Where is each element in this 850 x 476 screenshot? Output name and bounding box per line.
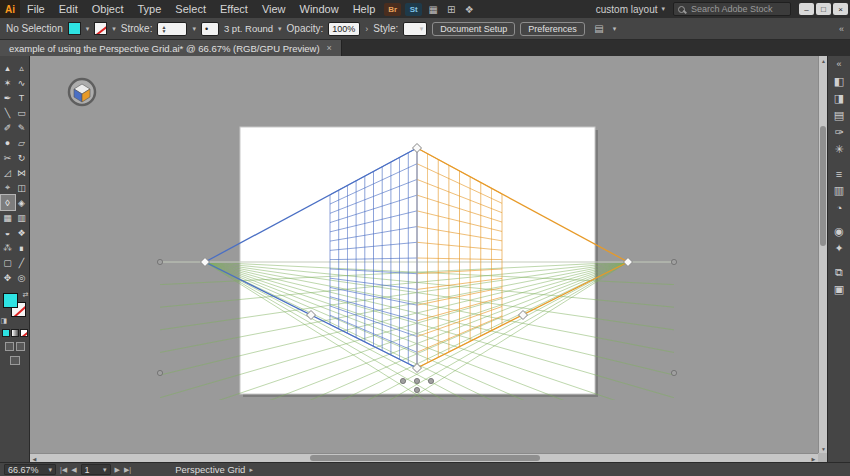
fill-color-swatch[interactable]: [68, 22, 81, 35]
vertical-scrollbar[interactable]: ▲ ▼: [818, 56, 827, 453]
transparency-panel-icon[interactable]: ◔: [828, 199, 850, 216]
pencil-tool[interactable]: ✎: [15, 120, 29, 135]
tab-close-icon[interactable]: ×: [327, 43, 332, 53]
document-tab[interactable]: example of using the Perspective Grid.ai…: [0, 40, 342, 56]
collapse-control-panel-icon[interactable]: «: [839, 24, 844, 34]
artboard-select[interactable]: 1 ▾: [81, 464, 111, 475]
draw-normal-icon[interactable]: [5, 342, 14, 351]
menu-object[interactable]: Object: [85, 0, 131, 18]
selection-tool[interactable]: ▴: [1, 60, 15, 75]
magic-wand-tool[interactable]: ✶: [1, 75, 15, 90]
menu-type[interactable]: Type: [131, 0, 169, 18]
close-button[interactable]: ×: [833, 3, 848, 15]
status-menu-arrow-icon[interactable]: ▸: [249, 466, 253, 474]
swap-fill-stroke-icon[interactable]: ⇄: [23, 291, 29, 299]
paintbrush-tool[interactable]: ✐: [1, 120, 15, 135]
brushes-panel-icon[interactable]: ✑: [828, 124, 850, 141]
last-artboard-button[interactable]: ▶|: [124, 466, 131, 474]
gradient-tool[interactable]: ▥: [15, 210, 29, 225]
scroll-right-icon[interactable]: ▶: [809, 454, 818, 463]
expand-panels-icon[interactable]: «: [836, 59, 841, 69]
width-tool[interactable]: ⋈: [15, 165, 29, 180]
vertical-scroll-thumb[interactable]: [820, 126, 826, 246]
symbol-sprayer-tool[interactable]: ⁂: [1, 240, 15, 255]
perspective-selection-tool[interactable]: ◈: [15, 195, 29, 210]
stroke-weight-stepper[interactable]: ▲▼: [157, 22, 187, 36]
menu-select[interactable]: Select: [168, 0, 213, 18]
artboard-tool[interactable]: ▢: [1, 255, 15, 270]
fill-caret-icon[interactable]: ▾: [86, 25, 90, 33]
horizontal-scroll-thumb[interactable]: [310, 455, 540, 461]
zoom-tool[interactable]: ◎: [15, 270, 29, 285]
menu-view[interactable]: View: [255, 0, 293, 18]
mesh-tool[interactable]: ▦: [1, 210, 15, 225]
color-panel-icon[interactable]: ◧: [828, 73, 850, 90]
appearance-panel-icon[interactable]: ◉: [828, 223, 850, 240]
perspective-grid-tool[interactable]: ◊: [1, 195, 15, 210]
arrange-documents-icon[interactable]: ▦: [425, 2, 441, 16]
draw-behind-icon[interactable]: [16, 342, 25, 351]
stock-button[interactable]: St: [405, 3, 422, 16]
stroke-caret-icon[interactable]: ▾: [112, 25, 116, 33]
fill-proxy-swatch[interactable]: [3, 293, 18, 308]
graphic-styles-panel-icon[interactable]: ✦: [828, 240, 850, 257]
horizontal-scrollbar[interactable]: ◀ ▶: [30, 453, 818, 462]
preferences-button[interactable]: Preferences: [520, 22, 585, 36]
document-setup-button[interactable]: Document Setup: [432, 22, 515, 36]
shape-builder-tool[interactable]: ◫: [15, 180, 29, 195]
align-caret-icon[interactable]: ▾: [613, 25, 617, 33]
share-icon[interactable]: ❖: [461, 2, 477, 16]
eyedropper-tool[interactable]: ◒: [1, 225, 15, 240]
search-input[interactable]: [689, 3, 786, 15]
artboards-panel-icon[interactable]: ▣: [828, 281, 850, 298]
blend-tool[interactable]: ❖: [15, 225, 29, 240]
symbols-panel-icon[interactable]: ✳: [828, 141, 850, 158]
scissors-tool[interactable]: ✂: [1, 150, 15, 165]
zoom-level-select[interactable]: 66.67% ▾: [4, 464, 56, 475]
hand-tool[interactable]: ✥: [1, 270, 15, 285]
adobe-stock-search[interactable]: [673, 2, 791, 16]
slice-tool[interactable]: ╱: [15, 255, 29, 270]
screen-mode-icon[interactable]: [10, 356, 20, 365]
minimize-button[interactable]: –: [799, 3, 814, 15]
eraser-tool[interactable]: ▱: [15, 135, 29, 150]
blob-brush-tool[interactable]: ●: [1, 135, 15, 150]
style-dropdown[interactable]: ▾: [403, 22, 427, 36]
scroll-left-icon[interactable]: ◀: [30, 454, 39, 463]
status-indicator[interactable]: Perspective Grid: [175, 464, 245, 475]
color-guide-panel-icon[interactable]: ◨: [828, 90, 850, 107]
stroke-panel-icon[interactable]: ≡: [828, 165, 850, 182]
opacity-field[interactable]: 100%: [328, 22, 360, 36]
stroke-weight-caret-icon[interactable]: ▾: [192, 25, 196, 33]
lasso-tool[interactable]: ∿: [15, 75, 29, 90]
stroke-color-swatch[interactable]: [94, 22, 107, 35]
scroll-up-icon[interactable]: ▲: [819, 56, 828, 65]
gradient-button[interactable]: [11, 329, 19, 337]
menu-file[interactable]: File: [20, 0, 52, 18]
restore-button[interactable]: □: [816, 3, 831, 15]
stepper-arrows-icon[interactable]: ▲▼: [161, 25, 166, 33]
document-canvas[interactable]: [30, 56, 827, 462]
menu-window[interactable]: Window: [293, 0, 346, 18]
align-options-icon[interactable]: ▤: [591, 22, 607, 36]
opacity-panel-arrow-icon[interactable]: ›: [365, 24, 368, 34]
rectangle-tool[interactable]: ▭: [15, 105, 29, 120]
default-fill-stroke-icon[interactable]: ◨: [1, 317, 8, 325]
none-button[interactable]: [20, 329, 28, 337]
first-artboard-button[interactable]: |◀: [60, 466, 67, 474]
color-button[interactable]: [2, 329, 10, 337]
pen-tool[interactable]: ✒: [1, 90, 15, 105]
menu-help[interactable]: Help: [346, 0, 383, 18]
workspace-layout-dropdown[interactable]: custom layout ▾: [588, 4, 673, 15]
prev-artboard-button[interactable]: ◀: [71, 466, 76, 474]
brush-definition-dropdown[interactable]: 3 pt. Round: [224, 23, 273, 34]
gradient-panel-icon[interactable]: ▥: [828, 182, 850, 199]
canvas-area[interactable]: ▲ ▼ ◀ ▶: [30, 56, 827, 462]
scroll-down-icon[interactable]: ▼: [819, 444, 828, 453]
brush-preview-field[interactable]: •: [201, 22, 219, 36]
direct-selection-tool[interactable]: ▵: [15, 60, 29, 75]
free-transform-tool[interactable]: ⌖: [1, 180, 15, 195]
workspace-switcher-icon[interactable]: ⊞: [443, 2, 459, 16]
column-graph-tool[interactable]: ∎: [15, 240, 29, 255]
rotate-tool[interactable]: ↻: [15, 150, 29, 165]
